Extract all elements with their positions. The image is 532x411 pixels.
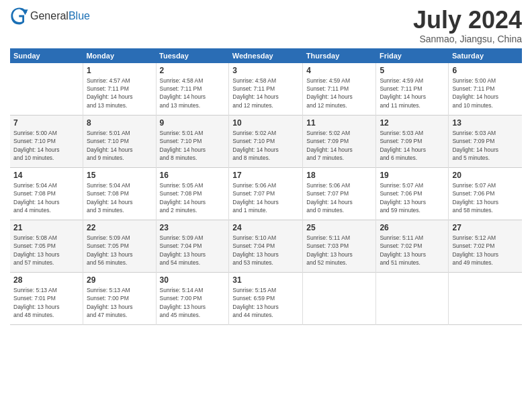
main-container: GeneralBlue July 2024 Sanmao, Jiangsu, C… (0, 0, 532, 332)
day-cell: 9Sunrise: 5:01 AM Sunset: 7:10 PM Daylig… (156, 116, 229, 168)
day-number: 25 (306, 223, 372, 232)
day-info: Sunrise: 5:05 AM Sunset: 7:08 PM Dayligh… (160, 181, 226, 214)
day-info: Sunrise: 5:02 AM Sunset: 7:10 PM Dayligh… (232, 129, 299, 162)
day-number: 15 (87, 171, 152, 180)
day-cell: 30Sunrise: 5:14 AM Sunset: 7:00 PM Dayli… (156, 273, 229, 325)
day-cell: 5Sunrise: 4:59 AM Sunset: 7:11 PM Daylig… (376, 63, 449, 116)
day-cell: 3Sunrise: 4:58 AM Sunset: 7:11 PM Daylig… (229, 63, 303, 116)
day-cell: 8Sunrise: 5:01 AM Sunset: 7:10 PM Daylig… (83, 116, 156, 168)
day-info: Sunrise: 5:08 AM Sunset: 7:05 PM Dayligh… (13, 234, 79, 267)
day-info: Sunrise: 4:58 AM Sunset: 7:11 PM Dayligh… (160, 77, 226, 109)
day-number: 5 (380, 66, 445, 75)
day-cell: 31Sunrise: 5:15 AM Sunset: 6:59 PM Dayli… (229, 273, 303, 325)
day-info: Sunrise: 5:03 AM Sunset: 7:09 PM Dayligh… (452, 129, 519, 162)
day-cell: 13Sunrise: 5:03 AM Sunset: 7:09 PM Dayli… (449, 116, 522, 168)
day-info: Sunrise: 5:06 AM Sunset: 7:07 PM Dayligh… (306, 181, 372, 214)
col-header-tuesday: Tuesday (156, 48, 229, 63)
day-cell: 6Sunrise: 5:00 AM Sunset: 7:11 PM Daylig… (449, 63, 522, 116)
logo-text: GeneralBlue (30, 10, 90, 22)
day-info: Sunrise: 5:00 AM Sunset: 7:11 PM Dayligh… (452, 77, 519, 109)
month-title: July 2024 (413, 7, 522, 34)
week-row-3: 14Sunrise: 5:04 AM Sunset: 7:08 PM Dayli… (10, 168, 522, 220)
col-header-monday: Monday (83, 48, 156, 63)
day-number: 17 (232, 171, 299, 180)
day-cell: 23Sunrise: 5:09 AM Sunset: 7:04 PM Dayli… (156, 220, 229, 273)
day-info: Sunrise: 5:01 AM Sunset: 7:10 PM Dayligh… (87, 129, 152, 162)
day-cell (449, 273, 522, 325)
day-info: Sunrise: 5:10 AM Sunset: 7:04 PM Dayligh… (232, 234, 299, 267)
day-info: Sunrise: 5:04 AM Sunset: 7:08 PM Dayligh… (87, 181, 152, 214)
title-block: July 2024 Sanmao, Jiangsu, China (413, 7, 522, 44)
day-cell: 10Sunrise: 5:02 AM Sunset: 7:10 PM Dayli… (229, 116, 303, 168)
week-row-5: 28Sunrise: 5:13 AM Sunset: 7:01 PM Dayli… (10, 273, 522, 325)
day-cell: 22Sunrise: 5:09 AM Sunset: 7:05 PM Dayli… (83, 220, 156, 273)
logo-icon (10, 7, 29, 26)
col-header-saturday: Saturday (449, 48, 522, 63)
day-info: Sunrise: 5:13 AM Sunset: 7:01 PM Dayligh… (13, 286, 79, 319)
day-info: Sunrise: 5:03 AM Sunset: 7:09 PM Dayligh… (380, 129, 445, 162)
day-number: 11 (306, 118, 372, 128)
day-number: 8 (87, 118, 152, 128)
day-number: 18 (306, 171, 372, 180)
day-number: 23 (160, 223, 226, 232)
day-cell: 2Sunrise: 4:58 AM Sunset: 7:11 PM Daylig… (156, 63, 229, 116)
day-cell: 7Sunrise: 5:00 AM Sunset: 7:10 PM Daylig… (10, 116, 83, 168)
day-cell: 29Sunrise: 5:13 AM Sunset: 7:00 PM Dayli… (83, 273, 156, 325)
col-header-thursday: Thursday (303, 48, 376, 63)
calendar-table: SundayMondayTuesdayWednesdayThursdayFrid… (10, 48, 522, 326)
day-cell: 11Sunrise: 5:02 AM Sunset: 7:09 PM Dayli… (303, 116, 376, 168)
week-row-2: 7Sunrise: 5:00 AM Sunset: 7:10 PM Daylig… (10, 116, 522, 168)
col-header-sunday: Sunday (10, 48, 83, 63)
day-number: 3 (232, 66, 299, 75)
day-info: Sunrise: 5:09 AM Sunset: 7:04 PM Dayligh… (160, 234, 226, 267)
day-cell: 12Sunrise: 5:03 AM Sunset: 7:09 PM Dayli… (376, 116, 449, 168)
day-info: Sunrise: 5:13 AM Sunset: 7:00 PM Dayligh… (87, 286, 152, 319)
day-number: 22 (87, 223, 152, 232)
day-number: 4 (306, 66, 372, 75)
day-cell: 14Sunrise: 5:04 AM Sunset: 7:08 PM Dayli… (10, 168, 83, 220)
day-info: Sunrise: 4:57 AM Sunset: 7:11 PM Dayligh… (87, 77, 152, 109)
day-info: Sunrise: 5:11 AM Sunset: 7:02 PM Dayligh… (380, 234, 445, 267)
day-number: 31 (232, 275, 299, 285)
day-info: Sunrise: 5:07 AM Sunset: 7:06 PM Dayligh… (380, 181, 445, 214)
logo: GeneralBlue (10, 7, 90, 26)
day-cell: 17Sunrise: 5:06 AM Sunset: 7:07 PM Dayli… (229, 168, 303, 220)
day-info: Sunrise: 5:12 AM Sunset: 7:02 PM Dayligh… (452, 234, 519, 267)
day-cell: 25Sunrise: 5:11 AM Sunset: 7:03 PM Dayli… (303, 220, 376, 273)
day-cell: 26Sunrise: 5:11 AM Sunset: 7:02 PM Dayli… (376, 220, 449, 273)
day-info: Sunrise: 5:14 AM Sunset: 7:00 PM Dayligh… (160, 286, 226, 319)
day-cell: 18Sunrise: 5:06 AM Sunset: 7:07 PM Dayli… (303, 168, 376, 220)
day-number: 26 (380, 223, 445, 232)
week-row-1: 1Sunrise: 4:57 AM Sunset: 7:11 PM Daylig… (10, 63, 522, 116)
day-number: 13 (452, 118, 519, 128)
day-info: Sunrise: 4:59 AM Sunset: 7:11 PM Dayligh… (306, 77, 372, 109)
day-number: 29 (87, 275, 152, 285)
day-number: 6 (452, 66, 519, 75)
location-subtitle: Sanmao, Jiangsu, China (413, 34, 522, 44)
week-row-4: 21Sunrise: 5:08 AM Sunset: 7:05 PM Dayli… (10, 220, 522, 273)
day-number: 16 (160, 171, 226, 180)
day-number: 2 (160, 66, 226, 75)
day-cell: 16Sunrise: 5:05 AM Sunset: 7:08 PM Dayli… (156, 168, 229, 220)
day-number: 12 (380, 118, 445, 128)
day-number: 14 (13, 171, 79, 180)
day-cell: 20Sunrise: 5:07 AM Sunset: 7:06 PM Dayli… (449, 168, 522, 220)
day-info: Sunrise: 5:07 AM Sunset: 7:06 PM Dayligh… (452, 181, 519, 214)
day-number: 10 (232, 118, 299, 128)
day-number: 19 (380, 171, 445, 180)
col-header-wednesday: Wednesday (229, 48, 303, 63)
day-cell (376, 273, 449, 325)
col-header-friday: Friday (376, 48, 449, 63)
header: GeneralBlue July 2024 Sanmao, Jiangsu, C… (10, 7, 522, 44)
day-cell: 1Sunrise: 4:57 AM Sunset: 7:11 PM Daylig… (83, 63, 156, 116)
day-number: 1 (87, 66, 152, 75)
day-number: 9 (160, 118, 226, 128)
day-info: Sunrise: 5:15 AM Sunset: 6:59 PM Dayligh… (232, 286, 299, 319)
day-info: Sunrise: 5:04 AM Sunset: 7:08 PM Dayligh… (13, 181, 79, 214)
header-row: SundayMondayTuesdayWednesdayThursdayFrid… (10, 48, 522, 63)
day-cell: 19Sunrise: 5:07 AM Sunset: 7:06 PM Dayli… (376, 168, 449, 220)
day-number: 27 (452, 223, 519, 232)
day-info: Sunrise: 4:58 AM Sunset: 7:11 PM Dayligh… (232, 77, 299, 109)
day-cell: 28Sunrise: 5:13 AM Sunset: 7:01 PM Dayli… (10, 273, 83, 325)
day-number: 24 (232, 223, 299, 232)
